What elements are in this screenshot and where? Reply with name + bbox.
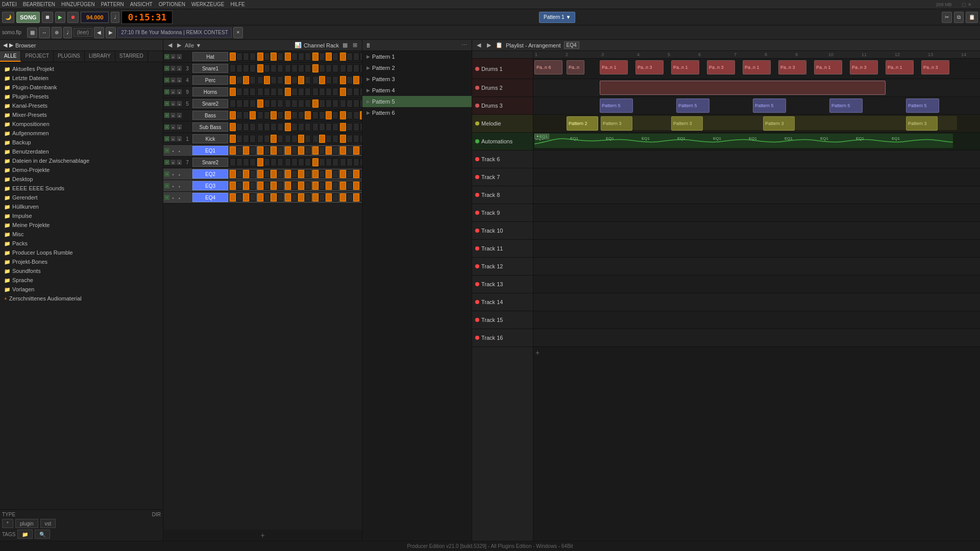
step-11-14[interactable] <box>326 182 332 190</box>
step-4-16[interactable] <box>340 99 346 108</box>
add-channel-btn[interactable]: + <box>163 530 362 541</box>
step-9-16[interactable] <box>340 158 346 166</box>
seq-up-5[interactable]: ▴ <box>177 113 182 118</box>
browser-item-letzte-dateien[interactable]: 📁Letzte Dateien <box>0 73 163 83</box>
browser-item-vorlagen[interactable]: 📁Vorlagen <box>0 285 163 294</box>
step-4-6[interactable] <box>271 99 277 108</box>
track-row-automations[interactable]: EQ1 EQ1 EQ1 EQ1 EQ1 EQ1 EQ1 EQ1 EQ1 EQ1 <box>533 133 980 151</box>
seq-mute-7[interactable]: ▪ <box>164 136 169 141</box>
step-1-19[interactable] <box>360 64 362 72</box>
menu-hinzufugen[interactable]: HINZUFÜGEN <box>61 2 95 7</box>
block-drums1-pa9[interactable]: Pa..n 1 <box>814 60 842 74</box>
step-8-2[interactable] <box>243 146 249 155</box>
browser-item-kompositionen[interactable]: 📁Kompositionen <box>0 119 163 129</box>
browser-nav-forward[interactable]: ▶ <box>9 42 13 48</box>
step-12-4[interactable] <box>257 193 263 202</box>
mixer-btn[interactable]: ▦ <box>27 28 37 38</box>
step-6-10[interactable] <box>298 123 304 131</box>
step-11-18[interactable] <box>353 182 359 190</box>
track-row-12[interactable] <box>533 258 980 276</box>
step-10-13[interactable] <box>319 170 325 178</box>
step-2-17[interactable] <box>347 76 353 84</box>
menu-werkzeuge[interactable]: WERKZEUGE <box>191 2 224 7</box>
step-5-16[interactable] <box>340 111 346 119</box>
tab-library[interactable]: LIBRARY <box>85 51 115 62</box>
step-5-17[interactable] <box>347 111 353 119</box>
step-2-7[interactable] <box>277 76 283 84</box>
step-0-16[interactable] <box>340 53 346 61</box>
step-8-10[interactable] <box>298 146 304 155</box>
step-11-5[interactable] <box>264 182 270 190</box>
seq-mute-0[interactable]: ▪ <box>164 54 169 59</box>
step-5-18[interactable] <box>353 111 359 119</box>
step-6-2[interactable] <box>243 123 249 131</box>
paste-btn[interactable]: 📋 <box>966 12 978 23</box>
track-row-9[interactable] <box>533 204 980 222</box>
step-3-10[interactable] <box>298 88 304 96</box>
track-header-8[interactable]: Track 8 <box>472 186 533 204</box>
seq-name-btn-4[interactable]: Snare2 <box>192 99 228 108</box>
pattern-item-3[interactable]: ▶ Pattern 3 <box>362 73 472 85</box>
seq-mute-12[interactable]: ▪ <box>164 195 169 200</box>
step-8-0[interactable] <box>230 146 236 155</box>
tab-project[interactable]: PROJECT <box>21 51 54 62</box>
step-0-17[interactable] <box>347 53 353 61</box>
track-row-13[interactable] <box>533 276 980 293</box>
browser-item-backup[interactable]: 📁Backup <box>0 138 163 147</box>
step-9-0[interactable] <box>230 158 236 166</box>
step-8-8[interactable] <box>285 146 291 155</box>
track-header-9[interactable]: Track 9 <box>472 204 533 222</box>
seq-name-btn-11[interactable]: EQ3 <box>192 181 228 190</box>
close-song-info[interactable]: ✕ <box>233 27 243 38</box>
step-0-4[interactable] <box>257 53 263 61</box>
step-11-4[interactable] <box>257 182 263 190</box>
magnet-btn[interactable]: ⊕ <box>52 27 62 38</box>
step-1-10[interactable] <box>298 64 304 72</box>
step-9-6[interactable] <box>271 158 277 166</box>
step-1-18[interactable] <box>353 64 359 72</box>
step-10-12[interactable] <box>312 170 318 178</box>
step-7-5[interactable] <box>264 135 270 143</box>
step-6-14[interactable] <box>326 123 332 131</box>
step-1-11[interactable] <box>305 64 311 72</box>
step-4-8[interactable] <box>285 99 291 108</box>
play-btn[interactable]: ▶ <box>55 12 65 23</box>
step-5-5[interactable] <box>264 111 270 119</box>
browser-item-plugin-datenbank[interactable]: 📁Plugin-Datenbank <box>0 83 163 92</box>
seq-solo-2[interactable]: ▸ <box>170 78 176 83</box>
step-5-2[interactable] <box>243 111 249 119</box>
step-8-18[interactable] <box>353 146 359 155</box>
step-4-0[interactable] <box>230 99 236 108</box>
seq-up-1[interactable]: ▴ <box>177 66 182 71</box>
step-5-9[interactable] <box>291 111 298 119</box>
window-controls[interactable]: ▢ ✕ <box>962 2 972 7</box>
step-7-8[interactable] <box>285 135 291 143</box>
step-12-6[interactable] <box>271 193 277 202</box>
step-12-1[interactable] <box>236 193 242 202</box>
step-12-8[interactable] <box>285 193 291 202</box>
seq-up-11[interactable]: ▴ <box>177 183 182 188</box>
step-6-9[interactable] <box>291 123 298 131</box>
block-drums1-pa7[interactable]: Pa..n 1 <box>743 60 771 74</box>
track-row-8[interactable] <box>533 186 980 204</box>
playlist-forward-btn[interactable]: ▶ <box>485 41 493 49</box>
step-11-2[interactable] <box>243 182 249 190</box>
step-1-5[interactable] <box>264 64 270 72</box>
step-3-6[interactable] <box>271 88 277 96</box>
step-6-16[interactable] <box>340 123 346 131</box>
step-1-0[interactable] <box>230 64 236 72</box>
step-2-13[interactable] <box>319 76 325 84</box>
step-12-9[interactable] <box>291 193 298 202</box>
step-5-19[interactable] <box>360 111 362 119</box>
step-9-1[interactable] <box>236 158 242 166</box>
step-7-3[interactable] <box>250 135 256 143</box>
step-8-13[interactable] <box>319 146 325 155</box>
pattern-item-2[interactable]: ▶ Pattern 2 <box>362 62 472 73</box>
step-0-3[interactable] <box>250 53 256 61</box>
filter-plugin-btn[interactable]: plugin <box>15 519 38 528</box>
step-2-18[interactable] <box>353 76 359 84</box>
step-1-8[interactable] <box>285 64 291 72</box>
seq-name-btn-7[interactable]: Kick <box>192 134 228 143</box>
step-4-3[interactable] <box>250 99 256 108</box>
block-drums1-pa8[interactable]: Pa..n 3 <box>778 60 806 74</box>
